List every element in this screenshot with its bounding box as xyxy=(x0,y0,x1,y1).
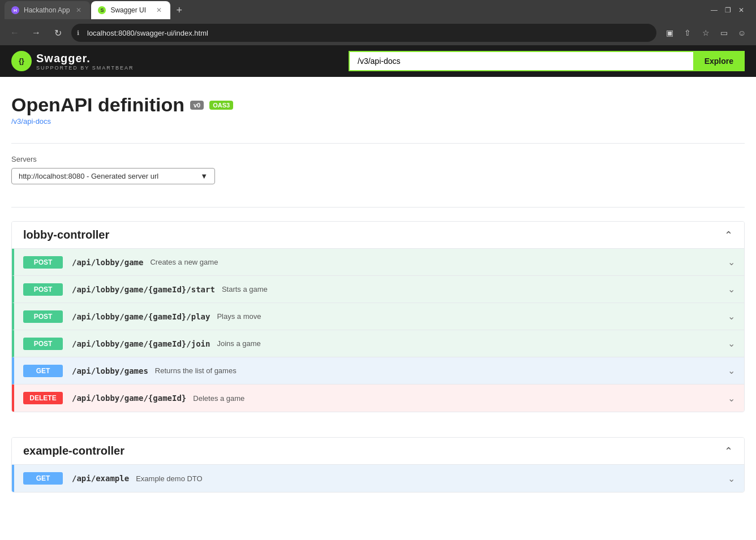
controller-section-example-controller: example-controller ⌃ GET /api/example Ex… xyxy=(11,437,745,493)
bookmark-icon[interactable]: ☆ xyxy=(698,25,713,40)
refresh-button[interactable]: ↻ xyxy=(50,25,66,41)
api-title-row: OpenAPI definition v0 OAS3 xyxy=(11,94,745,116)
method-badge-lobby-controller-2: POST xyxy=(23,310,63,323)
divider xyxy=(11,207,745,208)
controller-section-lobby-controller: lobby-controller ⌃ POST /api/lobby/game … xyxy=(11,221,745,412)
endpoint-desc-lobby-controller-3: Joins a game xyxy=(217,339,260,348)
controller-name-example-controller: example-controller xyxy=(23,444,124,457)
swagger-icon: {} xyxy=(11,51,32,71)
swagger-content: OpenAPI definition v0 OAS3 /v3/api-docs … xyxy=(0,77,756,509)
controller-header-lobby-controller[interactable]: lobby-controller ⌃ xyxy=(12,222,744,249)
endpoint-row-lobby-controller-0[interactable]: POST /api/lobby/game Creates a new game … xyxy=(12,249,744,276)
servers-section: Servers http://localhost:8080 - Generate… xyxy=(11,143,745,196)
forward-button[interactable]: → xyxy=(28,25,44,41)
tab-hackathon-label: Hackathon App xyxy=(24,6,70,14)
address-input[interactable] xyxy=(71,24,656,42)
restore-button[interactable]: ❐ xyxy=(722,5,733,16)
api-url-link[interactable]: /v3/api-docs xyxy=(11,117,51,126)
endpoint-path-lobby-controller-2: /api/lobby/game/{gameId}/play xyxy=(72,312,210,321)
endpoint-row-lobby-controller-2[interactable]: POST /api/lobby/game/{gameId}/play Plays… xyxy=(12,303,744,330)
screenshot-icon[interactable]: ▣ xyxy=(662,25,677,40)
endpoint-path-lobby-controller-1: /api/lobby/game/{gameId}/start xyxy=(72,285,215,294)
tab-swagger[interactable]: S Swagger UI ✕ xyxy=(91,1,170,19)
tab-hackathon-close[interactable]: ✕ xyxy=(74,6,83,15)
tab-bar: H Hackathon App ✕ S Swagger UI ✕ + — ❐ ✕ xyxy=(0,0,756,20)
method-badge-lobby-controller-0: POST xyxy=(23,256,63,269)
endpoint-row-example-controller-0[interactable]: GET /api/example Example demo DTO ⌄ xyxy=(12,465,744,492)
close-window-button[interactable]: ✕ xyxy=(736,5,747,16)
endpoint-desc-lobby-controller-2: Plays a move xyxy=(217,312,261,321)
toolbar-icons: ▣ ⇧ ☆ ▭ ☺ xyxy=(662,25,749,40)
badge-v0: v0 xyxy=(190,101,204,110)
endpoint-path-lobby-controller-3: /api/lobby/game/{gameId}/join xyxy=(72,339,210,348)
new-tab-button[interactable]: + xyxy=(171,5,187,15)
method-badge-lobby-controller-3: POST xyxy=(23,338,63,350)
controller-name-lobby-controller: lobby-controller xyxy=(23,228,109,241)
endpoint-row-lobby-controller-4[interactable]: GET /api/lobby/games Returns the list of… xyxy=(12,357,744,385)
address-bar-container: ℹ xyxy=(71,24,656,42)
svg-text:{}: {} xyxy=(19,57,24,65)
tab-swagger-close[interactable]: ✕ xyxy=(154,6,164,15)
endpoint-row-lobby-controller-5[interactable]: DELETE /api/lobby/game/{gameId} Deletes … xyxy=(12,385,744,412)
swagger-header: {} Swagger. Supported by SMARTBEAR Explo… xyxy=(0,45,756,77)
endpoint-chevron-lobby-controller-3: ⌄ xyxy=(728,338,735,349)
browser-chrome: H Hackathon App ✕ S Swagger UI ✕ + — ❐ ✕… xyxy=(0,0,756,45)
swagger-search-input[interactable] xyxy=(349,51,693,71)
method-badge-lobby-controller-5: DELETE xyxy=(23,392,63,404)
servers-label: Servers xyxy=(11,155,745,163)
endpoint-chevron-lobby-controller-0: ⌄ xyxy=(728,257,735,267)
controllers-container: lobby-controller ⌃ POST /api/lobby/game … xyxy=(11,221,745,493)
endpoint-path-lobby-controller-0: /api/lobby/game xyxy=(72,258,143,267)
tab-swagger-label: Swagger UI xyxy=(110,6,146,14)
swagger-brand: Swagger. Supported by SMARTBEAR xyxy=(36,52,134,71)
address-bar-row: ← → ↻ ℹ ▣ ⇧ ☆ ▭ ☺ xyxy=(0,20,756,45)
server-select-text: http://localhost:8080 - Generated server… xyxy=(19,172,200,180)
method-badge-lobby-controller-4: GET xyxy=(23,365,63,377)
api-title: OpenAPI definition xyxy=(11,94,184,116)
minimize-button[interactable]: — xyxy=(708,5,720,16)
endpoint-row-lobby-controller-1[interactable]: POST /api/lobby/game/{gameId}/start Star… xyxy=(12,276,744,303)
explore-button[interactable]: Explore xyxy=(693,51,745,71)
split-view-icon[interactable]: ▭ xyxy=(716,25,731,40)
endpoint-path-lobby-controller-5: /api/lobby/game/{gameId} xyxy=(72,394,186,403)
endpoint-chevron-example-controller-0: ⌄ xyxy=(728,473,735,484)
controller-chevron-example-controller: ⌃ xyxy=(724,445,733,457)
endpoint-desc-lobby-controller-4: Returns the list of games xyxy=(155,366,237,375)
swagger-search: Explore xyxy=(349,51,745,71)
swagger-logo: {} Swagger. Supported by SMARTBEAR xyxy=(11,51,134,71)
back-button[interactable]: ← xyxy=(7,25,23,41)
lock-icon: ℹ xyxy=(77,29,79,37)
endpoint-chevron-lobby-controller-2: ⌄ xyxy=(728,311,735,322)
profile-icon[interactable]: ☺ xyxy=(734,25,749,40)
endpoint-chevron-lobby-controller-1: ⌄ xyxy=(728,284,735,295)
controller-chevron-lobby-controller: ⌃ xyxy=(724,229,733,241)
controller-header-example-controller[interactable]: example-controller ⌃ xyxy=(12,438,744,465)
endpoint-path-lobby-controller-4: /api/lobby/games xyxy=(72,366,148,375)
endpoint-desc-lobby-controller-1: Starts a game xyxy=(222,285,268,293)
method-badge-lobby-controller-1: POST xyxy=(23,283,63,296)
window-controls: — ❐ ✕ xyxy=(708,5,751,16)
endpoint-chevron-lobby-controller-4: ⌄ xyxy=(728,365,735,376)
swagger-logo-sub: Supported by SMARTBEAR xyxy=(36,65,134,71)
endpoint-desc-example-controller-0: Example demo DTO xyxy=(136,474,203,483)
endpoint-path-example-controller-0: /api/example xyxy=(72,474,129,483)
tab-hackathon[interactable]: H Hackathon App ✕ xyxy=(5,1,90,19)
endpoint-row-lobby-controller-3[interactable]: POST /api/lobby/game/{gameId}/join Joins… xyxy=(12,330,744,357)
server-select-chevron-icon: ▼ xyxy=(200,172,208,180)
endpoint-desc-lobby-controller-5: Deletes a game xyxy=(193,394,244,403)
method-badge-example-controller-0: GET xyxy=(23,472,63,485)
swagger-favicon: S xyxy=(98,6,106,14)
server-select[interactable]: http://localhost:8080 - Generated server… xyxy=(11,168,215,184)
hackathon-favicon: H xyxy=(11,6,19,14)
endpoint-chevron-lobby-controller-5: ⌄ xyxy=(728,393,735,404)
swagger-logo-text: Swagger. xyxy=(36,52,134,65)
badge-oas3: OAS3 xyxy=(209,101,233,110)
endpoint-desc-lobby-controller-0: Creates a new game xyxy=(150,258,218,266)
share-icon[interactable]: ⇧ xyxy=(680,25,695,40)
